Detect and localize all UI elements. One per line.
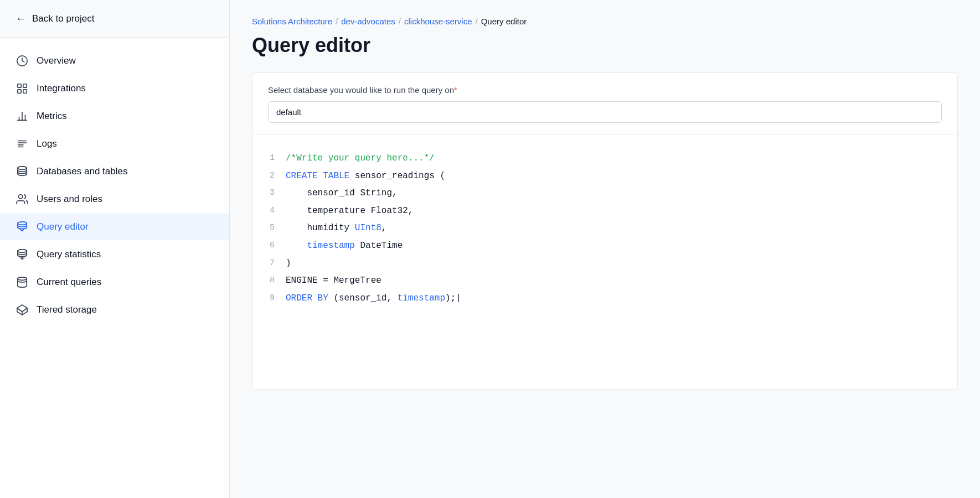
code-line-3: 3 sensor_id String, — [252, 185, 957, 203]
sidebar-item-label: Databases and tables — [37, 166, 127, 177]
breadcrumb-separator-3: / — [476, 17, 478, 26]
back-arrow-icon: ← — [16, 12, 27, 25]
svg-point-19 — [18, 277, 27, 281]
metrics-icon — [16, 110, 29, 123]
sidebar-item-overview[interactable]: Overview — [0, 48, 229, 74]
breadcrumb-dev-advocates[interactable]: dev-advocates — [341, 17, 395, 26]
breadcrumb-separator-2: / — [399, 17, 401, 26]
sidebar-item-query-statistics[interactable]: Query statistics — [0, 241, 229, 268]
db-select-label: Select database you would like to run th… — [268, 85, 942, 95]
sidebar-item-label: Query statistics — [37, 249, 101, 260]
sidebar-item-metrics[interactable]: Metrics — [0, 103, 229, 129]
code-line-2: 2 CREATE TABLE sensor_readings ( — [252, 168, 957, 185]
query-editor-icon — [16, 220, 29, 234]
tiered-storage-icon — [16, 303, 29, 317]
code-line-6: 6 timestamp DateTime — [252, 237, 957, 255]
code-line-8: 8 ENGINE = MergeTree — [252, 272, 957, 290]
code-line-9: 9 ORDER BY (sensor_id, timestamp); — [252, 290, 957, 308]
db-select-section: Select database you would like to run th… — [252, 73, 957, 134]
main-content: Solutions Architecture / dev-advocates /… — [230, 0, 980, 498]
breadcrumb: Solutions Architecture / dev-advocates /… — [252, 17, 958, 26]
sidebar-item-label: Integrations — [37, 83, 86, 94]
logs-icon — [16, 137, 29, 151]
sidebar-item-label: Metrics — [37, 111, 67, 122]
current-queries-icon — [16, 276, 29, 289]
breadcrumb-clickhouse-service[interactable]: clickhouse-service — [404, 17, 472, 26]
sidebar-item-databases[interactable]: Databases and tables — [0, 158, 229, 185]
sidebar-item-label: Current queries — [37, 277, 101, 288]
sidebar: ← Back to project Overview — [0, 0, 230, 498]
sidebar-item-label: Tiered storage — [37, 304, 97, 315]
editor-panel: Select database you would like to run th… — [252, 72, 958, 390]
sidebar-item-logs[interactable]: Logs — [0, 131, 229, 157]
code-line-7: 7 ) — [252, 255, 957, 273]
code-line-5: 5 humidity UInt8, — [252, 220, 957, 237]
sidebar-nav: Overview Integrations — [0, 38, 229, 333]
required-marker: * — [454, 85, 457, 95]
users-icon — [16, 193, 29, 206]
svg-rect-4 — [23, 90, 27, 93]
code-line-1: 1 /*Write your query here...*/ — [252, 150, 957, 168]
sidebar-item-query-editor[interactable]: Query editor — [0, 214, 229, 240]
sidebar-item-label: Overview — [37, 55, 76, 66]
sidebar-item-label: Logs — [37, 138, 57, 149]
svg-point-14 — [19, 195, 23, 199]
back-label: Back to project — [32, 13, 94, 24]
query-statistics-icon — [16, 248, 29, 261]
content-area: Solutions Architecture / dev-advocates /… — [230, 0, 980, 498]
svg-point-15 — [18, 222, 27, 225]
sidebar-item-tiered-storage[interactable]: Tiered storage — [0, 297, 229, 323]
breadcrumb-current: Query editor — [481, 17, 527, 26]
databases-icon — [16, 165, 29, 178]
overview-icon — [16, 54, 29, 68]
svg-rect-1 — [18, 84, 21, 87]
svg-point-13 — [18, 167, 27, 170]
cursor — [456, 293, 461, 303]
sidebar-item-users[interactable]: Users and roles — [0, 186, 229, 212]
svg-rect-2 — [23, 84, 27, 87]
sidebar-item-label: Query editor — [37, 221, 89, 232]
back-to-project-button[interactable]: ← Back to project — [0, 0, 229, 38]
breadcrumb-separator-1: / — [336, 17, 338, 26]
sidebar-item-label: Users and roles — [37, 194, 102, 205]
code-editor[interactable]: 1 /*Write your query here...*/ 2 CREATE … — [252, 134, 957, 389]
integrations-icon — [16, 82, 29, 95]
page-title: Query editor — [252, 34, 958, 57]
db-select-dropdown[interactable]: default — [268, 101, 942, 123]
breadcrumb-solutions-architecture[interactable]: Solutions Architecture — [252, 17, 332, 26]
code-line-4: 4 temperature Float32, — [252, 203, 957, 220]
sidebar-item-integrations[interactable]: Integrations — [0, 75, 229, 102]
svg-point-16 — [18, 250, 27, 253]
sidebar-item-current-queries[interactable]: Current queries — [0, 269, 229, 295]
svg-rect-3 — [18, 90, 21, 93]
